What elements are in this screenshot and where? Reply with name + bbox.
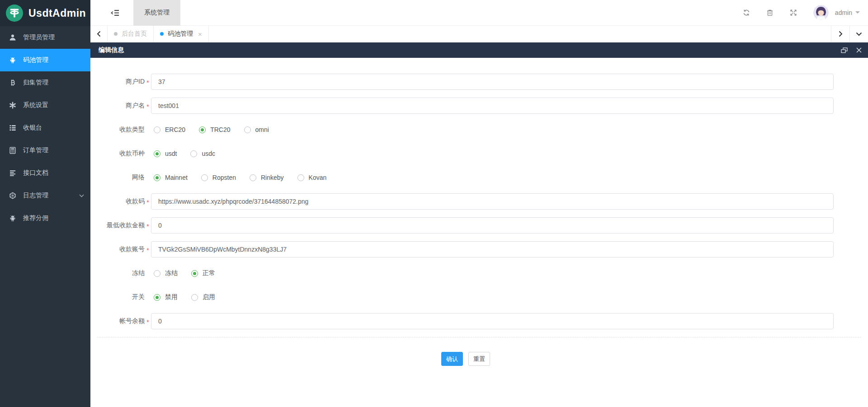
radio-inner-dot (201, 128, 204, 131)
tab-close-icon[interactable]: × (198, 31, 202, 37)
app-title: UsdtAdmin (28, 7, 86, 19)
sidebar: UsdtAdmin 管理员管理码池管理归集管理系统设置收银台订单管理接口文档日志… (0, 0, 90, 407)
tabs-menu-toggle[interactable] (849, 26, 868, 42)
form-row-min-amount: 最低收款金额* (90, 217, 868, 234)
sidebar-item-label: 管理员管理 (23, 33, 55, 42)
required-asterisk: * (145, 101, 151, 110)
tether-icon (6, 5, 23, 22)
reset-button[interactable]: 重置 (468, 352, 490, 366)
radio-network-Kovan[interactable]: Kovan (297, 174, 327, 181)
tab-status-dot (160, 32, 164, 36)
caret-down-icon[interactable] (855, 11, 860, 16)
switch-radio-group: 禁用启用 (151, 293, 229, 301)
asterisk-icon (9, 102, 16, 109)
tab-home[interactable]: 后台首页 (108, 26, 154, 42)
tabs-bar: 后台首页码池管理× (90, 26, 868, 42)
radio-label: 冻结 (165, 269, 178, 277)
field-label: 商户名 (90, 102, 145, 110)
bitcoin-icon (9, 79, 16, 86)
sidebar-item-pool-management[interactable]: 码池管理 (0, 49, 90, 71)
radio-circle (201, 174, 208, 181)
dashed-divider (97, 337, 861, 337)
sidebar-item-system-settings[interactable]: 系统设置 (0, 94, 90, 117)
close-icon[interactable] (856, 47, 862, 53)
sidebar-item-label: 订单管理 (23, 146, 48, 154)
radio-circle (154, 126, 160, 133)
sidebar-item-api-docs[interactable]: 接口文档 (0, 162, 90, 184)
radio-label: usdt (165, 150, 177, 157)
user-name[interactable]: admin (835, 9, 852, 16)
refresh-icon[interactable] (743, 9, 750, 16)
form-buttons: 确认重置 (90, 352, 841, 366)
collapse-menu-icon[interactable] (111, 9, 119, 17)
android-icon (9, 56, 16, 64)
payment-account-input[interactable] (151, 241, 834, 257)
sidebar-item-referral-commission[interactable]: 推荐分佣 (0, 207, 90, 229)
radio-inner-dot (193, 272, 196, 275)
radio-payment-type-omni[interactable]: omni (244, 126, 269, 133)
form-row-switch: 开关*禁用启用 (90, 289, 868, 305)
radio-label: Kovan (309, 174, 327, 181)
radio-inner-dot (156, 176, 159, 179)
merchant-name-input[interactable] (151, 98, 834, 114)
required-asterisk: * (145, 317, 151, 326)
chevron-down-icon (79, 194, 84, 197)
radio-network-Ropsten[interactable]: Ropsten (201, 174, 236, 181)
trash-icon[interactable] (766, 9, 774, 16)
radio-network-Rinkeby[interactable]: Rinkeby (250, 174, 284, 181)
sidebar-item-cashier[interactable]: 收银台 (0, 117, 90, 139)
calculator-icon (9, 147, 16, 154)
sidebar-item-admin-management[interactable]: 管理员管理 (0, 26, 90, 49)
radio-payment-currency-usdc[interactable]: usdc (190, 150, 215, 157)
required-asterisk: * (145, 245, 151, 254)
field-label: 收款币种 (90, 150, 145, 158)
main-area: 系统管理 (90, 0, 868, 407)
tab-pool[interactable]: 码池管理× (154, 26, 209, 42)
radio-circle (199, 126, 206, 133)
radio-switch-禁用[interactable]: 禁用 (154, 293, 178, 301)
fullscreen-icon[interactable] (790, 9, 797, 16)
field-label: 网络 (90, 173, 145, 182)
radio-label: omni (255, 126, 269, 133)
payment-type-radio-group: ERC20TRC20omni (151, 126, 283, 133)
account-balance-input[interactable] (151, 313, 834, 329)
radio-circle (190, 150, 197, 157)
radio-freeze-正常[interactable]: 正常 (191, 269, 215, 277)
radio-payment-type-TRC20[interactable]: TRC20 (199, 126, 230, 133)
hexagon-icon (9, 192, 16, 199)
restore-window-icon[interactable] (841, 47, 848, 53)
merchant-id-input[interactable] (151, 74, 834, 90)
sidebar-item-order-management[interactable]: 订单管理 (0, 139, 90, 162)
topnav-tab-system[interactable]: 系统管理 (133, 0, 180, 26)
radio-network-Mainnet[interactable]: Mainnet (154, 174, 188, 181)
radio-payment-currency-usdt[interactable]: usdt (154, 150, 177, 157)
payment-code-input[interactable] (151, 193, 834, 210)
network-radio-group: MainnetRopstenRinkebyKovan (151, 174, 340, 181)
radio-payment-type-ERC20[interactable]: ERC20 (154, 126, 185, 133)
field-label: 帐号余额 (90, 317, 145, 325)
form-row-payment-account: 收款账号* (90, 241, 868, 257)
sidebar-item-log-management[interactable]: 日志管理 (0, 184, 90, 207)
radio-freeze-冻结[interactable]: 冻结 (154, 269, 178, 277)
confirm-button[interactable]: 确认 (441, 352, 463, 366)
radio-circle (154, 270, 160, 277)
radio-inner-dot (156, 296, 159, 299)
avatar[interactable] (813, 5, 829, 20)
radio-label: Mainnet (165, 174, 188, 181)
payment-currency-radio-group: usdtusdc (151, 150, 229, 157)
radio-switch-启用[interactable]: 启用 (191, 293, 215, 301)
field-label: 商户ID (90, 78, 145, 86)
sidebar-item-collect-management[interactable]: 归集管理 (0, 71, 90, 94)
field-label: 收款码 (90, 197, 145, 206)
min-amount-input[interactable] (151, 217, 834, 234)
radio-label: usdc (202, 150, 215, 157)
form-row-merchant-id: 商户ID* (90, 74, 868, 90)
field-label: 开关 (90, 293, 145, 301)
radio-circle (154, 174, 160, 181)
sidebar-item-label: 系统设置 (23, 101, 48, 109)
sidebar-item-label: 日志管理 (23, 192, 48, 200)
tabs-scroll-left[interactable] (90, 26, 108, 42)
tabs-scroll-right[interactable] (831, 26, 849, 42)
radio-circle (154, 150, 160, 157)
sidebar-menu: 管理员管理码池管理归集管理系统设置收银台订单管理接口文档日志管理推荐分佣 (0, 26, 90, 229)
